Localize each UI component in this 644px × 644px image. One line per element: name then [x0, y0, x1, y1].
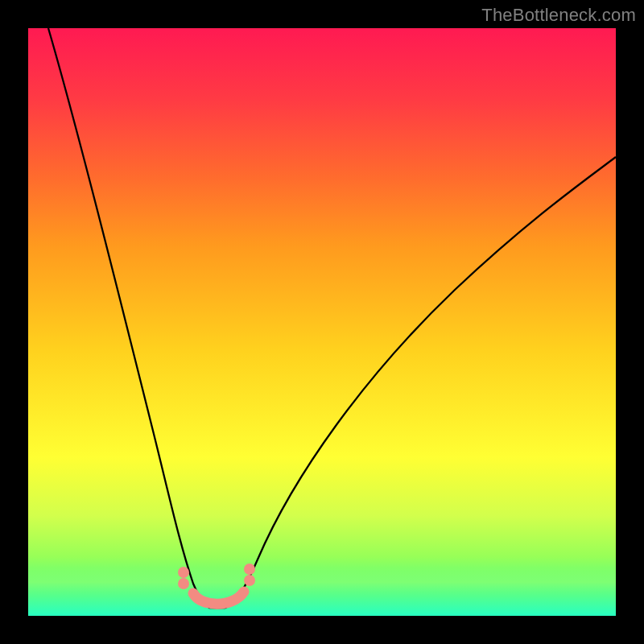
- svg-point-2: [244, 564, 255, 575]
- outer-frame: TheBottleneck.com: [0, 0, 644, 644]
- svg-point-1: [178, 578, 189, 589]
- plot-area: [28, 28, 616, 616]
- bottleneck-curve: [48, 28, 616, 608]
- svg-point-3: [244, 575, 255, 586]
- watermark-text: TheBottleneck.com: [481, 5, 636, 26]
- svg-point-0: [178, 567, 189, 578]
- curve-svg: [28, 28, 616, 616]
